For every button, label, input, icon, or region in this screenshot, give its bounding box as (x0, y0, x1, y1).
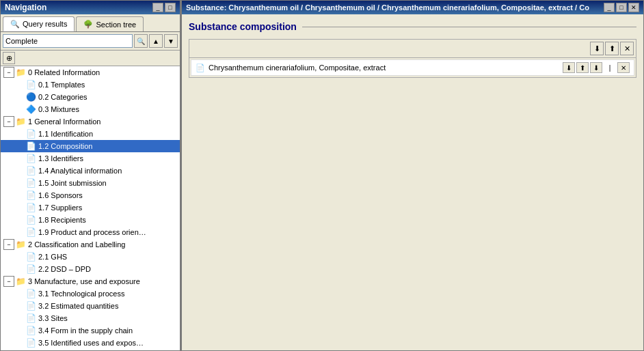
tree-item-3[interactable]: − 📁 3 Manufacture, use and exposure (1, 275, 180, 287)
section-header: Substance composition (189, 21, 636, 32)
tree-label-1: 1 General Information (28, 117, 100, 126)
navigation-panel: Navigation _ □ 🔍 Query results 🌳 Section… (0, 0, 181, 351)
row-move-btn[interactable]: ⬇ (590, 62, 602, 73)
tree-label-0-3: 0.3 Mixtures (38, 105, 79, 113)
doc-1-9-icon: 📄 (25, 227, 36, 238)
tree-item-2-2[interactable]: 📄 2.2 DSD – DPD (1, 263, 180, 275)
doc-2-1-icon: 📄 (25, 251, 36, 262)
doc-3-1-icon: 📄 (25, 288, 36, 299)
comp-arrow-up-button[interactable]: ⬆ (605, 42, 619, 55)
doc-1-1-icon: 📄 (25, 128, 36, 139)
substance-body: Substance composition ⬇ ⬆ ✕ 📄 Chrysanthe… (182, 14, 643, 350)
tree-label-2-1: 2.1 GHS (38, 253, 67, 261)
tree-label-1-8: 1.8 Recipients (38, 216, 86, 224)
comp-arrow-down-button[interactable]: ⬇ (590, 42, 604, 55)
tab-query-results[interactable]: 🔍 Query results (3, 16, 75, 31)
composition-data-row: 📄 Chrysanthemum cinerariafolium, Composi… (191, 59, 634, 76)
tree-label-1-1: 1.1 Identification (38, 130, 93, 138)
row-separator: | (604, 62, 616, 73)
tree-item-3-6[interactable]: 📄 3.6 Uses advised against (1, 349, 180, 350)
tree-label-0-1: 0.1 Templates (38, 81, 85, 89)
tree-label-1-7: 1.7 Suppliers (38, 203, 82, 212)
tree-item-1-4[interactable]: 📄 1.4 Analytical information (1, 165, 180, 177)
tree-item-1-7[interactable]: 📄 1.7 Suppliers (1, 201, 180, 214)
tree-item-3-3[interactable]: 📄 3.3 Sites (1, 312, 180, 324)
tree-item-1[interactable]: − 📁 1 General Information (1, 115, 180, 128)
section-tree-icon: 🌳 (83, 20, 93, 29)
tree-label-3-2: 3.2 Estimated quantities (38, 302, 118, 310)
tree-item-1-1[interactable]: 📄 1.1 Identification (1, 128, 180, 140)
tab-section-tree[interactable]: 🌳 Section tree (76, 16, 144, 31)
tree-label-1-4: 1.4 Analytical information (38, 167, 122, 175)
composition-header-toolbar: ⬇ ⬆ ✕ (189, 40, 636, 58)
row-remove-btn[interactable]: ✕ (617, 62, 630, 73)
substance-title: Substance: Chrysanthemum oil / Chrysanth… (186, 3, 589, 12)
substance-minimize-button[interactable]: _ (604, 3, 615, 12)
scroll-up-button[interactable]: ▲ (149, 34, 163, 48)
substance-maximize-button[interactable]: □ (616, 3, 627, 12)
expand-1-icon[interactable]: − (3, 116, 14, 127)
composition-row-toolbar: ⬇ ⬆ ⬇ | ✕ (563, 62, 630, 73)
nav-maximize-button[interactable]: □ (165, 3, 176, 12)
doc-3-6-icon: 📄 (25, 350, 36, 350)
tree-label-2-2: 2.2 DSD – DPD (38, 265, 91, 273)
tree-item-0-3[interactable]: 🔷 0.3 Mixtures (1, 103, 180, 115)
tree-label-1-3: 1.3 Identifiers (38, 154, 83, 163)
expand-0-icon[interactable]: − (3, 67, 14, 78)
doc-1-5-icon: 📄 (25, 178, 36, 188)
tree-item-0-1[interactable]: 📄 0.1 Templates (1, 79, 180, 91)
tree-item-3-1[interactable]: 📄 3.1 Technological process (1, 287, 180, 300)
tree-toolbar: ⊕ (1, 51, 180, 66)
doc-1-2-icon: 📄 (25, 141, 36, 152)
substance-titlebar-controls: _ □ ✕ (604, 3, 639, 12)
tab-query-label: Query results (23, 20, 67, 28)
tree-label-1-9: 1.9 Product and process oriented r (38, 228, 148, 236)
tree-item-0[interactable]: − 📁 0 Related Information (1, 66, 180, 79)
tree-item-3-4[interactable]: 📄 3.4 Form in the supply chain (1, 324, 180, 337)
tree-label-3-4: 3.4 Form in the supply chain (38, 326, 133, 335)
nav-titlebar-controls: _ □ (152, 3, 176, 12)
tree-add-button[interactable]: ⊕ (3, 52, 15, 64)
row-arrow-up-btn[interactable]: ⬆ (576, 62, 589, 73)
tree-item-1-5[interactable]: 📄 1.5 Joint submission (1, 177, 180, 189)
doc-0-2-icon: 🔵 (25, 92, 36, 102)
tree-container: − 📁 0 Related Information 📄 0.1 Template… (1, 66, 180, 350)
tree-item-1-3[interactable]: 📄 1.3 Identifiers (1, 152, 180, 165)
nav-minimize-button[interactable]: _ (152, 3, 163, 12)
tree-item-2-1[interactable]: 📄 2.1 GHS (1, 251, 180, 263)
expand-3-icon[interactable]: − (3, 276, 14, 287)
tab-section-label: Section tree (96, 20, 136, 29)
comp-remove-button[interactable]: ✕ (620, 42, 634, 55)
row-arrow-down-btn[interactable]: ⬇ (563, 62, 575, 73)
nav-titlebar: Navigation _ □ (1, 1, 180, 14)
tree-item-1-8[interactable]: 📄 1.8 Recipients (1, 214, 180, 226)
doc-3-3-icon: 📄 (25, 313, 36, 324)
folder-0-icon: 📁 (15, 67, 26, 78)
substance-close-button[interactable]: ✕ (628, 3, 639, 12)
nav-tabs: 🔍 Query results 🌳 Section tree (1, 14, 180, 32)
tree-item-3-2[interactable]: 📄 3.2 Estimated quantities (1, 300, 180, 312)
substance-titlebar: Substance: Chrysanthemum oil / Chrysanth… (182, 1, 643, 14)
doc-2-2-icon: 📄 (25, 264, 36, 275)
tree-item-0-2[interactable]: 🔵 0.2 Categories (1, 91, 180, 103)
tree-item-1-6[interactable]: 📄 1.6 Sponsors (1, 189, 180, 201)
expand-2-icon[interactable]: − (3, 239, 14, 250)
section-divider (302, 27, 636, 27)
search-input[interactable] (3, 34, 133, 48)
tree-label-3-3: 3.3 Sites (38, 314, 68, 322)
search-button[interactable]: 🔍 (134, 34, 148, 48)
section-title: Substance composition (189, 21, 297, 32)
query-results-icon: 🔍 (10, 19, 20, 29)
tree-label-1-6: 1.6 Sponsors (38, 191, 83, 199)
tree-item-1-9[interactable]: 📄 1.9 Product and process oriented r (1, 226, 180, 238)
scroll-down-button[interactable]: ▼ (164, 34, 178, 48)
tree-item-2[interactable]: − 📁 2 Classification and Labelling (1, 238, 180, 251)
substance-panel: Substance: Chrysanthemum oil / Chrysanth… (181, 0, 644, 351)
tree-item-3-5[interactable]: 📄 3.5 Identified uses and exposure sc (1, 337, 180, 349)
composition-outer: ⬇ ⬆ ✕ 📄 Chrysanthemum cinerariafolium, C… (189, 39, 636, 78)
tree-item-1-2[interactable]: 📄 1.2 Composition (1, 140, 180, 152)
tree-label-3: 3 Manufacture, use and exposure (28, 277, 140, 285)
doc-1-8-icon: 📄 (25, 214, 36, 225)
tree-label-1-5: 1.5 Joint submission (38, 179, 107, 187)
tree-label-3-1: 3.1 Technological process (38, 290, 124, 298)
